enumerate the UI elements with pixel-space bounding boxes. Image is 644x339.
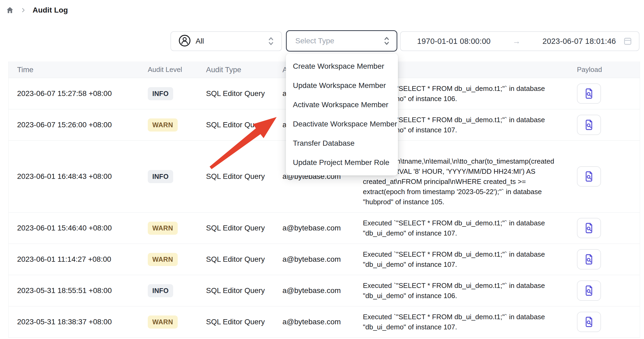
- payload-cell: [564, 166, 640, 187]
- audit-type: SQL Editor Query: [206, 286, 282, 295]
- type-option-6[interactable]: Update Project Member Role: [286, 153, 398, 172]
- audit-actor: a@bytebase.com: [282, 286, 363, 295]
- document-search-icon: [583, 87, 595, 100]
- document-search-icon: [583, 253, 595, 265]
- audit-time: 2023-06-07 15:27:58 +08:00: [9, 89, 148, 98]
- audit-level-badge: INFO: [148, 87, 173, 100]
- audit-level-badge: WARN: [148, 222, 178, 235]
- chevron-up-down-icon: [383, 36, 390, 46]
- audit-level-badge: WARN: [148, 315, 178, 329]
- view-payload-button[interactable]: [577, 312, 601, 332]
- audit-comment: Executed `"SELECT * FROM db_ui_demo.t1;"…: [363, 249, 564, 269]
- payload-cell: [564, 280, 640, 301]
- audit-type: SQL Editor Query: [206, 224, 282, 232]
- audit-level-cell: INFO: [148, 87, 206, 100]
- audit-level-cell: WARN: [148, 253, 206, 266]
- type-option-5[interactable]: Transfer Database: [286, 134, 398, 153]
- audit-level-cell: WARN: [148, 118, 206, 132]
- date-range-start[interactable]: 1970-01-01 08:00:00: [417, 37, 491, 46]
- date-range-picker[interactable]: 1970-01-01 08:00:00 → 2023-06-07 18:01:4…: [400, 31, 639, 51]
- table-row: 2023-06-01 11:14:27 +08:00 WARN SQL Edit…: [9, 244, 640, 275]
- table-row: 2023-06-01 15:46:40 +08:00 WARN SQL Edit…: [9, 213, 640, 244]
- document-search-icon: [583, 284, 595, 297]
- payload-cell: [564, 218, 640, 238]
- payload-cell: [564, 115, 640, 135]
- chevron-up-down-icon: [267, 36, 274, 46]
- audit-level-cell: INFO: [148, 170, 206, 183]
- home-icon[interactable]: [6, 6, 14, 14]
- audit-time: 2023-06-07 15:26:00 +08:00: [9, 121, 148, 129]
- payload-cell: [564, 249, 640, 269]
- type-filter-dropdown: Create Workspace MemberUpdate Workspace …: [286, 53, 398, 175]
- audit-level-badge: WARN: [148, 253, 178, 266]
- type-filter-select[interactable]: Select Type: [286, 30, 397, 52]
- view-payload-button[interactable]: [577, 115, 601, 135]
- audit-level-badge: INFO: [148, 170, 173, 183]
- view-payload-button[interactable]: [577, 249, 601, 269]
- document-search-icon: [583, 316, 595, 328]
- audit-type: SQL Editor Query: [206, 121, 282, 129]
- view-payload-button[interactable]: [577, 218, 601, 238]
- audit-level-cell: WARN: [148, 315, 206, 329]
- audit-time: 2023-05-31 18:55:51 +08:00: [9, 286, 148, 295]
- audit-comment: Executed `"SELECT * FROM db_ui_demo.t1;"…: [363, 280, 564, 301]
- audit-level-badge: INFO: [148, 284, 173, 297]
- audit-level-cell: INFO: [148, 284, 206, 297]
- chevron-right-icon: [20, 7, 26, 13]
- payload-cell: [564, 312, 640, 332]
- page-title: Audit Log: [33, 6, 68, 14]
- date-range-end[interactable]: 2023-06-07 18:01:46: [542, 37, 616, 46]
- breadcrumb: Audit Log: [6, 6, 68, 14]
- audit-type: SQL Editor Query: [206, 172, 282, 181]
- type-option-1[interactable]: Create Workspace Member: [286, 57, 398, 76]
- type-option-2[interactable]: Update Workspace Member: [286, 76, 398, 95]
- view-payload-button[interactable]: [577, 83, 601, 104]
- type-filter-placeholder: Select Type: [295, 37, 383, 45]
- audit-time: 2023-05-31 18:38:37 +08:00: [9, 318, 148, 326]
- audit-actor: a@bytebase.com: [282, 255, 363, 264]
- col-header-audit-level: Audit Level: [148, 66, 206, 74]
- table-row: 2023-05-31 18:38:37 +08:00 WARN SQL Edit…: [9, 306, 640, 338]
- audit-time: 2023-06-01 16:48:43 +08:00: [9, 172, 148, 181]
- audit-time: 2023-06-01 15:46:40 +08:00: [9, 224, 148, 232]
- audit-actor: a@bytebase.com: [282, 224, 363, 232]
- audit-type: SQL Editor Query: [206, 89, 282, 98]
- audit-type: SQL Editor Query: [206, 318, 282, 326]
- type-option-3[interactable]: Activate Workspace Member: [286, 95, 398, 114]
- col-header-payload: Payload: [564, 66, 640, 74]
- audit-comment: Executed `"SELECT * FROM db_ui_demo.t1;"…: [363, 218, 564, 238]
- audit-type: SQL Editor Query: [206, 255, 282, 264]
- view-payload-button[interactable]: [577, 166, 601, 187]
- document-search-icon: [583, 119, 595, 131]
- actor-filter-value: All: [196, 37, 263, 45]
- audit-time: 2023-06-01 11:14:27 +08:00: [9, 255, 148, 264]
- type-option-4[interactable]: Deactivate Workspace Member: [286, 114, 398, 134]
- payload-cell: [564, 83, 640, 104]
- col-header-audit-type: Audit Type: [206, 66, 282, 74]
- calendar-icon: [623, 37, 632, 46]
- audit-actor: a@bytebase.com: [282, 318, 363, 326]
- document-search-icon: [583, 222, 595, 234]
- audit-level-badge: WARN: [148, 118, 178, 132]
- view-payload-button[interactable]: [577, 280, 601, 301]
- table-row: 2023-05-31 18:55:51 +08:00 INFO SQL Edit…: [9, 275, 640, 306]
- col-header-time: Time: [9, 66, 148, 74]
- arrow-right-icon: →: [491, 37, 542, 46]
- actor-filter-select[interactable]: All: [170, 31, 282, 51]
- audit-level-cell: WARN: [148, 222, 206, 235]
- document-search-icon: [583, 170, 595, 183]
- person-circle-icon: [179, 34, 191, 48]
- audit-comment: Executed `"SELECT * FROM db_ui_demo.t1;"…: [363, 312, 564, 332]
